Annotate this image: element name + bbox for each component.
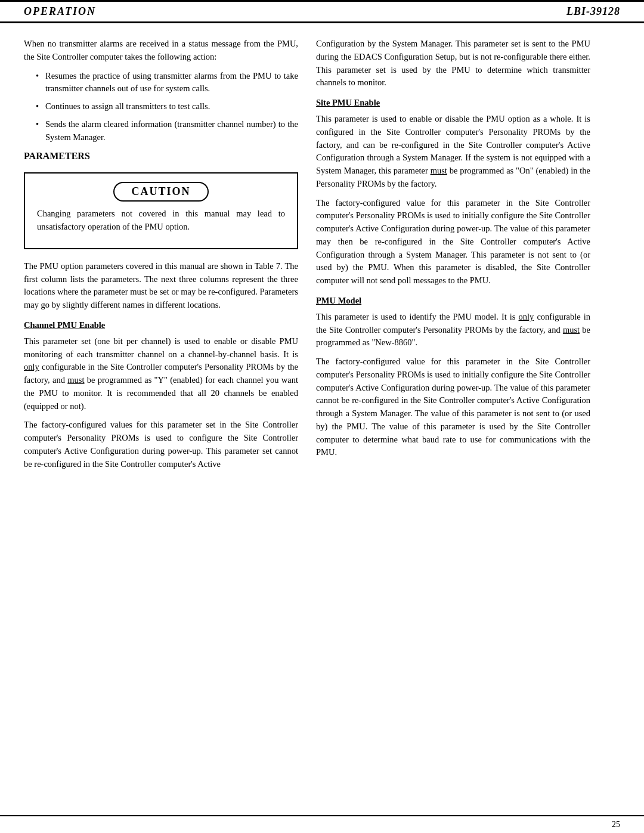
page-number: 25 <box>612 820 620 829</box>
site-pmu-para-2: The factory-configured value for this pa… <box>316 197 590 287</box>
caution-label: CAUTION <box>113 182 208 202</box>
caution-box: CAUTION Changing parameters not covered … <box>24 172 298 249</box>
main-content: When no transmitter alarms are received … <box>0 38 644 815</box>
caution-text: Changing parameters not covered in this … <box>37 208 285 234</box>
right-column: Configuration by the System Manager. Thi… <box>316 38 590 815</box>
intro-paragraph-1: When no transmitter alarms are received … <box>24 38 298 64</box>
bullet-item-1: Resumes the practice of using transmitte… <box>36 70 298 96</box>
intro-paragraph-2: The PMU option parameters covered in thi… <box>24 260 298 312</box>
must-underline-1: must <box>67 375 84 385</box>
bullet-list: Resumes the practice of using transmitte… <box>36 70 298 144</box>
page: OPERATION LBI-39128 When no transmitter … <box>0 0 644 833</box>
pmu-model-heading: PMU Model <box>316 296 590 306</box>
pmu-model-para-2: The factory-configured value for this pa… <box>316 355 590 459</box>
site-pmu-para-1: This parameter is used to enable or disa… <box>316 113 590 191</box>
page-footer: 25 <box>0 815 644 833</box>
must-underline-2: must <box>431 166 447 175</box>
only-underline: only <box>24 362 39 371</box>
left-column: When no transmitter alarms are received … <box>24 38 298 815</box>
pmu-model-para-1: This parameter is used to identify the P… <box>316 311 590 349</box>
only-underline-2: only <box>519 312 534 321</box>
right-intro-paragraph: Configuration by the System Manager. Thi… <box>316 38 590 89</box>
channel-pmu-para-2: The factory-configured values for this p… <box>24 419 298 470</box>
bullet-item-2: Continues to assign all transmitters to … <box>36 100 298 113</box>
parameters-title: PARAMETERS <box>24 151 298 162</box>
header-lbi: LBI-39128 <box>566 5 620 18</box>
bullet-item-3: Sends the alarm cleared information (tra… <box>36 118 298 144</box>
channel-pmu-para-1: This parameter set (one bit per channel)… <box>24 335 298 413</box>
site-pmu-enable-heading: Site PMU Enable <box>316 98 590 108</box>
channel-pmu-enable-heading: Channel PMU Enable <box>24 320 298 330</box>
page-header: OPERATION LBI-39128 <box>0 0 644 23</box>
header-operation: OPERATION <box>24 5 96 18</box>
must-underline-3: must <box>563 325 580 335</box>
